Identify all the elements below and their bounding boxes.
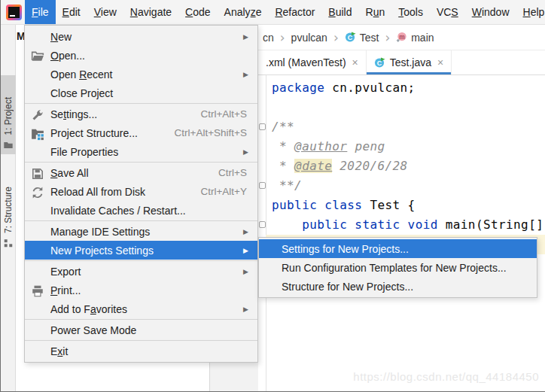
breadcrumb-separator-icon: › (385, 30, 390, 45)
menu-item-exit[interactable]: Exit (25, 342, 257, 360)
menu-item-new[interactable]: New▶ (25, 27, 257, 46)
menu-item-save-all[interactable]: Save AllCtrl+S (25, 163, 257, 182)
fold-marker-icon[interactable] (259, 123, 266, 130)
submenu-item-structure-for-new-projects[interactable]: Structure for New Projects... (259, 277, 537, 296)
menu-item-shortcut: Ctrl+S (218, 167, 250, 178)
menu-item-label: View (94, 6, 117, 18)
menu-item-label: Power Save Mode (50, 324, 136, 336)
menu-separator (25, 162, 257, 163)
menu-item-label: File Properties (50, 146, 118, 158)
menubar-item-code[interactable]: Code (178, 0, 217, 24)
code-segment: package (272, 81, 332, 95)
menubar-item-vcs[interactable]: VCS (430, 0, 465, 24)
menubar-item-edit[interactable]: Edit (56, 0, 87, 24)
menubar-item-analyze[interactable]: Analyze (218, 0, 269, 24)
tab-close-icon[interactable]: × (437, 56, 443, 68)
code-segment: main(String[] (446, 217, 543, 232)
menu-item-icon-placeholder (31, 226, 44, 238)
breadcrumb-item-test[interactable]: CTest (345, 32, 379, 44)
breadcrumb-label: cn (263, 32, 274, 44)
tab-close-icon[interactable]: × (352, 56, 358, 68)
menu-item-label: New (50, 31, 72, 43)
menu-item-shortcut: Ctrl+Alt+S (200, 108, 250, 120)
tab-label: Test.java (390, 56, 431, 68)
menu-item-label: Navigate (130, 6, 172, 18)
menu-item-close-project[interactable]: Close Project (25, 84, 257, 102)
code-line: package cn.pvulcan; (272, 78, 543, 98)
menu-item-new-projects-settings[interactable]: New Projects Settings▶ (25, 241, 257, 260)
submenu-item-label: Run Configuration Templates for New Proj… (282, 262, 507, 274)
menu-item-project-structure[interactable]: Project Structure...Ctrl+Alt+Shift+S (25, 123, 257, 142)
menu-item-invalidate-caches-restart[interactable]: Invalidate Caches / Restart... (25, 201, 257, 220)
menu-item-label: VCS (437, 6, 458, 18)
menubar-item-navigate[interactable]: Navigate (123, 0, 178, 24)
menubar-item-tools[interactable]: Tools (391, 0, 430, 24)
menu-item-reload-all-from-disk[interactable]: Reload All from DiskCtrl+Alt+Y (25, 182, 257, 201)
code-segment: peng (347, 139, 385, 153)
code-line (272, 98, 543, 117)
intellij-idea-logo-icon (6, 5, 22, 20)
menu-item-power-save-mode[interactable]: Power Save Mode (25, 321, 257, 339)
menu-item-label: File (32, 6, 49, 18)
breadcrumb-bar: cn›pvulcan›CTest›mmain (210, 25, 545, 50)
menu-item-manage-ide-settings[interactable]: Manage IDE Settings▶ (25, 222, 257, 241)
menu-separator (25, 340, 257, 341)
menu-item-label: Add to Favorites (50, 303, 127, 315)
menu-item-label: Project Structure... (50, 127, 138, 139)
menu-item-label: Invalidate Caches / Restart... (50, 205, 186, 217)
editor-tab-test-java[interactable]: CTest.java× (367, 50, 452, 74)
submenu-arrow-icon: ▶ (243, 228, 250, 236)
editor-tab-xml-maventest[interactable]: .xml (MavenTest)× (258, 50, 367, 74)
menu-item-label: Close Project (50, 87, 113, 99)
menu-item-open-recent[interactable]: Open Recent▶ (25, 65, 257, 84)
class-icon: C (345, 32, 356, 43)
tool-window-button-7-structure[interactable]: 7: Structure (1, 165, 16, 252)
menu-item-label: Open... (50, 50, 85, 62)
menu-item-shortcut: Ctrl+Alt+Shift+S (175, 127, 250, 138)
menubar-item-view[interactable]: View (87, 0, 123, 24)
menubar-item-help[interactable]: Help (516, 0, 545, 24)
menu-item-label: Help (523, 6, 545, 18)
menu-item-add-to-favorites[interactable]: Add to Favorites▶ (25, 299, 257, 318)
menubar-item-run[interactable]: Run (359, 0, 392, 24)
menu-item-icon-placeholder (31, 324, 44, 336)
menu-item-label: Export (50, 266, 81, 278)
menu-item-export[interactable]: Export▶ (25, 262, 257, 281)
menu-item-file-properties[interactable]: File Properties▶ (25, 142, 257, 161)
tool-window-button-1-project[interactable]: 1: Project (1, 75, 16, 154)
menu-item-label: Open Recent (50, 68, 113, 81)
code-segment: 2020/6/28 (332, 159, 407, 173)
breadcrumb-item-pvulcan[interactable]: pvulcan (291, 32, 327, 44)
menu-item-shortcut: Ctrl+Alt+Y (200, 186, 250, 197)
menu-item-icon-placeholder (31, 87, 44, 99)
breadcrumb-item-main[interactable]: mmain (396, 32, 434, 44)
code-segment: * (272, 139, 294, 153)
code-segment: * (272, 159, 294, 173)
fold-marker-icon[interactable] (259, 182, 266, 189)
submenu-arrow-icon: ▶ (243, 305, 250, 313)
menu-item-label: Code (185, 6, 210, 18)
menubar-item-build[interactable]: Build (321, 0, 358, 24)
breadcrumb-item-cn[interactable]: cn (263, 32, 274, 44)
menu-item-settings[interactable]: Settings...Ctrl+Alt+S (25, 105, 257, 123)
code-segment (272, 217, 302, 232)
menu-item-icon-placeholder (31, 266, 44, 278)
menu-item-open[interactable]: Open... (25, 46, 257, 65)
menubar-item-refactor[interactable]: Refactor (268, 0, 321, 24)
menu-separator (25, 220, 257, 221)
editor-tab-bar: .xml (MavenTest)×CTest.java× (210, 50, 545, 75)
submenu-arrow-icon: ▶ (243, 33, 250, 41)
menu-separator (25, 260, 257, 261)
menubar-item-window[interactable]: Window (465, 0, 516, 24)
submenu-item-run-configuration-templates-for-new-projects[interactable]: Run Configuration Templates for New Proj… (259, 258, 537, 277)
breadcrumb-separator-icon: › (280, 30, 285, 45)
breadcrumb-separator-icon: › (333, 30, 339, 45)
submenu-item-settings-for-new-projects[interactable]: Settings for New Projects... (259, 239, 537, 258)
menu-item-label: Build (328, 6, 352, 18)
menubar-item-file[interactable]: File (25, 0, 56, 24)
svg-text:m: m (399, 33, 405, 41)
menu-item-print[interactable]: Print... (25, 281, 257, 299)
menu-item-label: Analyze (224, 6, 262, 18)
editor-area[interactable]: package cn.pvulcan; /** * @author peng *… (210, 75, 545, 392)
fold-marker-icon[interactable] (259, 221, 266, 228)
